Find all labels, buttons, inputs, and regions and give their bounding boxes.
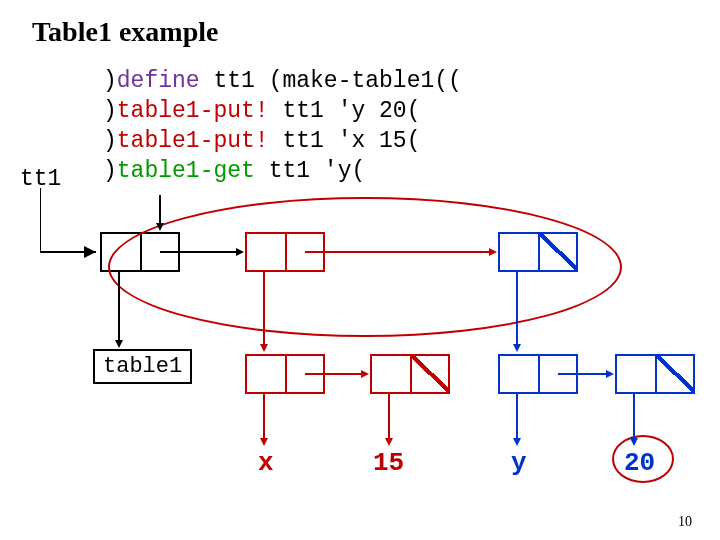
code-rest: tt1 (make-table1(( — [200, 68, 462, 94]
code-rest: tt1 'y 20( — [269, 98, 421, 124]
pair-y-entry — [498, 354, 578, 394]
kw-put: table1-put! — [117, 98, 269, 124]
highlight-oval-small — [612, 435, 674, 483]
paren: ) — [103, 158, 117, 184]
kw-put: table1-put! — [117, 128, 269, 154]
kw-define: define — [117, 68, 200, 94]
page-number: 10 — [678, 514, 692, 530]
value-y: y — [511, 448, 527, 478]
highlight-oval-big — [108, 197, 622, 337]
pair-y-val — [615, 354, 695, 394]
code-block: )define tt1 (make-table1(( )table1-put! … — [103, 66, 462, 186]
paren: ) — [103, 128, 117, 154]
slide-title: Table1 example — [32, 16, 218, 48]
arrow-x-val-down — [384, 394, 396, 448]
paren: ) — [103, 68, 117, 94]
pair-x-val — [370, 354, 450, 394]
pair-x-entry — [245, 354, 325, 394]
code-rest: tt1 'y( — [255, 158, 365, 184]
paren: ) — [103, 98, 117, 124]
arrow-x-key-down — [259, 394, 271, 448]
table1-label-box: table1 — [93, 349, 192, 384]
tt1-label: tt1 — [20, 166, 61, 192]
value-x: x — [258, 448, 274, 478]
kw-get: table1-get — [117, 158, 255, 184]
arrow-y-key-down — [512, 394, 524, 448]
value-15: 15 — [373, 448, 404, 478]
code-rest: tt1 'x 15( — [269, 128, 421, 154]
